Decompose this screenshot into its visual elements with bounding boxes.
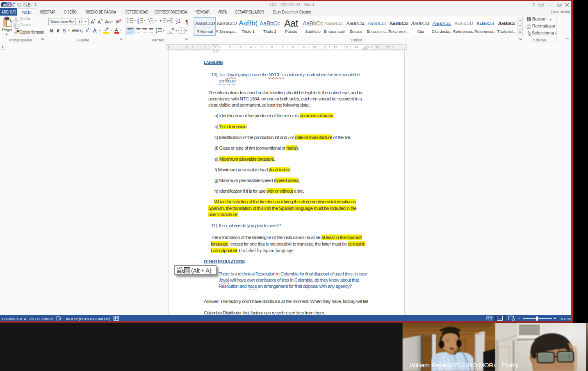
svg-text:3: 3: [239, 46, 242, 49]
svg-text:2: 2: [229, 46, 231, 49]
svg-text:N: N: [50, 28, 53, 33]
svg-text:Harry: Harry: [502, 361, 519, 369]
svg-text:2: 2: [88, 28, 89, 31]
svg-text:Aa: Aa: [105, 19, 111, 24]
svg-text:A: A: [91, 19, 94, 25]
svg-text:16: 16: [376, 46, 379, 49]
svg-text:12: 12: [333, 46, 337, 49]
svg-text:1: 1: [204, 46, 206, 49]
svg-text:13: 13: [344, 46, 348, 49]
svg-text:3: 3: [137, 21, 139, 24]
svg-text:2: 2: [176, 20, 178, 25]
svg-text:K: K: [56, 28, 60, 33]
svg-text:W: W: [3, 3, 6, 7]
svg-text:6: 6: [271, 46, 273, 49]
svg-text:17: 17: [386, 46, 390, 49]
svg-text:A: A: [115, 27, 118, 32]
svg-text:A: A: [98, 20, 101, 25]
svg-text:9: 9: [303, 46, 305, 49]
svg-text:8: 8: [292, 46, 294, 49]
svg-text:A: A: [93, 28, 96, 34]
svg-text:i: i: [150, 22, 150, 24]
svg-text:2: 2: [82, 31, 83, 34]
svg-text:2: 2: [186, 46, 188, 49]
svg-text:7: 7: [282, 46, 284, 49]
svg-text:William Rene VIZCAINO MORA: William Rene VIZCAINO MORA: [410, 362, 498, 369]
svg-text:11: 11: [323, 46, 327, 49]
svg-text:4: 4: [250, 46, 252, 49]
svg-text:¶: ¶: [185, 18, 189, 25]
svg-text:14: 14: [355, 46, 358, 49]
svg-text:10: 10: [312, 46, 316, 49]
svg-text:abc: abc: [72, 28, 79, 33]
svg-text:5: 5: [261, 46, 263, 49]
svg-text:?: ?: [532, 2, 535, 7]
svg-text:ac: ac: [527, 26, 531, 30]
svg-text:3: 3: [168, 46, 170, 49]
svg-text:S: S: [63, 28, 66, 33]
